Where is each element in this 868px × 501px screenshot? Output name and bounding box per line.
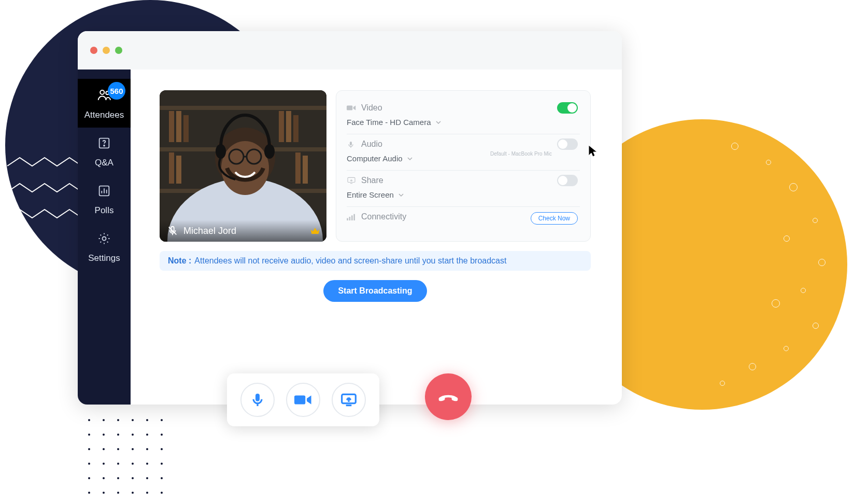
svg-rect-36 xyxy=(351,215,353,220)
option-label: Share xyxy=(361,176,383,185)
svg-point-28 xyxy=(264,144,275,159)
sidebar-item-qa[interactable]: Q&A xyxy=(78,128,131,175)
audio-toggle[interactable] xyxy=(557,138,578,150)
presenter-name-overlay: Michael Jord xyxy=(160,220,326,242)
hangup-button[interactable] xyxy=(425,373,472,420)
audio-device-hint: Default - MacBook Pro Mic xyxy=(490,151,552,157)
app-window: 560 Attendees Q&A xyxy=(78,31,622,405)
broadcast-settings-panel: Video Face Time - HD Camera xyxy=(336,90,591,242)
svg-point-3 xyxy=(104,145,105,146)
camera-button[interactable] xyxy=(286,383,320,417)
chevron-down-icon xyxy=(407,156,413,162)
decor-dots-bottom xyxy=(88,419,170,501)
svg-rect-31 xyxy=(347,106,352,110)
option-audio: Audio Computer Audio Default - MacBook P… xyxy=(347,134,580,171)
video-toggle[interactable] xyxy=(557,102,578,114)
start-broadcasting-button[interactable]: Start Broadcasting xyxy=(323,280,426,302)
sidebar-item-attendees[interactable]: 560 Attendees xyxy=(78,79,131,128)
svg-point-0 xyxy=(100,90,104,94)
option-video: Video Face Time - HD Camera xyxy=(347,98,580,134)
screenshare-icon xyxy=(347,177,356,184)
sidebar-item-polls[interactable]: Polls xyxy=(78,175,131,223)
svg-rect-11 xyxy=(176,111,181,142)
window-zoom-icon[interactable] xyxy=(115,47,122,54)
svg-rect-14 xyxy=(286,111,291,142)
svg-rect-15 xyxy=(293,115,298,142)
sidebar-item-label: Q&A xyxy=(78,158,131,168)
svg-rect-37 xyxy=(353,214,355,220)
svg-rect-12 xyxy=(183,115,189,142)
call-controls-bar xyxy=(227,373,379,426)
window-titlebar xyxy=(78,31,622,69)
svg-rect-38 xyxy=(255,394,260,401)
option-share: Share Entire Screen xyxy=(347,171,580,207)
gear-icon xyxy=(96,231,112,247)
signal-icon xyxy=(347,213,356,220)
window-close-icon[interactable] xyxy=(90,47,97,54)
screenshare-button[interactable] xyxy=(332,383,366,417)
svg-rect-13 xyxy=(279,111,284,142)
video-source-select[interactable]: Face Time - HD Camera xyxy=(347,118,580,127)
presenter-name: Michael Jord xyxy=(183,226,236,236)
share-source-select[interactable]: Entire Screen xyxy=(347,190,580,199)
svg-rect-16 xyxy=(169,152,174,184)
chevron-down-icon xyxy=(435,119,442,126)
window-traffic-lights xyxy=(90,47,122,54)
option-label: Connectivity xyxy=(361,212,406,221)
svg-rect-17 xyxy=(176,156,181,184)
svg-rect-35 xyxy=(349,217,351,220)
camera-icon xyxy=(347,104,356,112)
option-label: Video xyxy=(361,103,382,113)
svg-rect-19 xyxy=(303,156,308,184)
chevron-down-icon xyxy=(398,192,404,198)
option-label: Audio xyxy=(361,140,382,149)
share-toggle[interactable] xyxy=(557,175,578,186)
broadcast-note: Note : Attendees will not receive audio,… xyxy=(160,251,591,271)
note-prefix: Note : xyxy=(168,256,191,266)
decor-dots-top xyxy=(693,16,775,98)
mic-button[interactable] xyxy=(240,383,275,417)
svg-point-27 xyxy=(216,144,226,159)
svg-rect-10 xyxy=(169,111,174,142)
main-area: Michael Jord Video xyxy=(131,69,622,405)
mic-muted-icon xyxy=(167,225,178,236)
sidebar-item-label: Polls xyxy=(78,205,131,216)
sidebar-item-settings[interactable]: Settings xyxy=(78,223,131,271)
crown-icon xyxy=(310,226,320,236)
attendees-badge: 560 xyxy=(108,82,125,100)
svg-rect-18 xyxy=(295,152,301,184)
sidebar: 560 Attendees Q&A xyxy=(78,69,131,405)
svg-rect-7 xyxy=(160,106,326,110)
option-connectivity: Connectivity Check Now xyxy=(347,207,580,229)
sidebar-item-label: Attendees xyxy=(78,110,131,120)
svg-point-5 xyxy=(103,237,106,241)
question-icon xyxy=(96,136,112,151)
sidebar-item-label: Settings xyxy=(78,253,131,263)
microphone-icon xyxy=(347,141,356,148)
note-text: Attendees will not receive audio, video … xyxy=(194,256,506,266)
svg-rect-39 xyxy=(294,396,305,405)
window-minimize-icon[interactable] xyxy=(103,47,110,54)
svg-rect-32 xyxy=(350,142,352,145)
presenter-video-placeholder xyxy=(160,90,326,242)
presenter-video-tile: Michael Jord xyxy=(160,90,326,242)
svg-rect-34 xyxy=(347,218,348,220)
check-connectivity-button[interactable]: Check Now xyxy=(531,212,578,225)
poll-icon xyxy=(96,184,112,199)
